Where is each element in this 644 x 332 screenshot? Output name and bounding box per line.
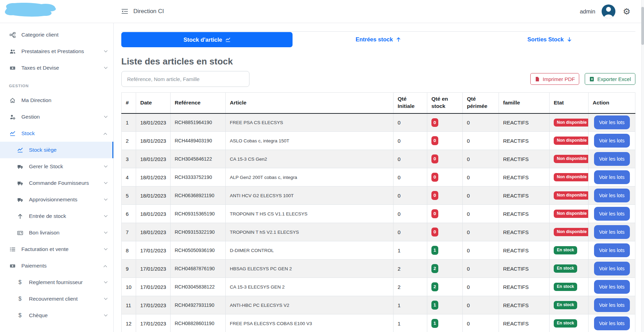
table-row: 718/01/2023RCH09315322190TROPONIN T hS V…: [122, 223, 635, 241]
chevron-down-icon: [104, 49, 108, 52]
sidebar-item-label: Stock: [21, 130, 35, 137]
cell-famille: REACTIFS: [499, 113, 550, 132]
cell-reference: RCH8851964190: [171, 113, 226, 132]
sitemap-icon: [9, 32, 16, 38]
truck-icon: [17, 180, 23, 186]
voir-les-lots-button[interactable]: Voir les lots: [594, 152, 630, 166]
cell-article: ANTI-HBC PC ELECSYS V2: [226, 296, 393, 314]
cell-qte-initiale: 0: [393, 187, 427, 205]
money-icon: [9, 263, 16, 269]
column-header-famille: famille: [499, 93, 550, 113]
qty-stock-badge: 0: [431, 191, 438, 200]
cell-article: ASLO Cobas c, integra 150T: [226, 132, 393, 150]
sidebar-item-cheque[interactable]: $Chèque: [0, 307, 113, 324]
main-content: Stock d'articleEntrées stockSorties Stoc…: [114, 23, 644, 332]
cell-num: 10: [122, 278, 136, 296]
home-icon: [9, 98, 16, 103]
scrollbar-thumb[interactable]: [641, 7, 644, 45]
table-row: 817/01/2023RCH05050936190D-DIMER CONTROL…: [122, 241, 635, 260]
sidebar-item-stock[interactable]: Stock: [0, 125, 113, 142]
toolbar-row: Imprimer PDF Exporter Excel: [121, 71, 635, 87]
tab-entrees-stock[interactable]: Entrées stock: [293, 32, 464, 47]
sidebar-item-ma-direction[interactable]: Ma Direction: [0, 92, 113, 109]
cell-article: ALP Gen2 200T cobas c, integra: [226, 168, 393, 187]
qty-stock-badge: 2: [431, 264, 438, 273]
cell-reference: RCH3333752190: [171, 168, 226, 187]
chart-line-icon: [17, 147, 23, 153]
cell-etat: Non disponible: [550, 132, 589, 150]
list-icon: [9, 247, 16, 252]
voir-les-lots-button[interactable]: Voir les lots: [594, 262, 630, 275]
sidebar-item-label: Approvisionnements: [29, 197, 77, 203]
voir-les-lots-button[interactable]: Voir les lots: [594, 134, 630, 148]
voir-les-lots-button[interactable]: Voir les lots: [594, 243, 630, 257]
voir-les-lots-button[interactable]: Voir les lots: [594, 316, 630, 330]
settings-gear-icon[interactable]: ⚙: [623, 7, 631, 16]
export-excel-button[interactable]: Exporter Excel: [585, 73, 635, 85]
page-scrollbar[interactable]: [641, 0, 644, 332]
qty-stock-badge: 0: [431, 173, 438, 182]
sidebar-item-commande-fournisseurs[interactable]: Commande Fournisseurs: [0, 175, 113, 191]
chevron-down-icon: [104, 197, 108, 200]
sidebar-item-entree-de-stock[interactable]: Entrée de stock: [0, 208, 113, 224]
cell-etat: Non disponible: [550, 187, 589, 205]
status-badge: En stock: [554, 283, 577, 291]
sidebar-item-approvisionnements[interactable]: Approvisionnements: [0, 191, 113, 208]
cell-etat: Non disponible: [550, 168, 589, 187]
qty-stock-badge: 1: [431, 301, 438, 310]
status-badge: En stock: [554, 301, 577, 309]
tab-stock-d-article[interactable]: Stock d'article: [121, 32, 293, 47]
cell-action: Voir les lots: [589, 113, 635, 132]
qty-stock-badge: 1: [431, 319, 438, 328]
qty-stock-badge: 0: [431, 154, 438, 163]
qty-stock-badge: 0: [431, 228, 438, 237]
cell-etat: En stock: [550, 314, 589, 332]
sidebar-item-prestataires-et-prestations[interactable]: Prestataires et Prestations: [0, 43, 113, 60]
sidebar-item-reglement-fournisseur[interactable]: $Reglement fournisseur: [0, 274, 113, 291]
search-input[interactable]: [121, 71, 249, 87]
voir-les-lots-button[interactable]: Voir les lots: [594, 189, 630, 202]
cell-qte-stock: 0: [427, 113, 463, 132]
voir-les-lots-button[interactable]: Voir les lots: [594, 115, 630, 129]
cell-famille: REACTIFS: [499, 278, 550, 296]
voir-les-lots-button[interactable]: Voir les lots: [594, 298, 630, 312]
voir-les-lots-button[interactable]: Voir les lots: [594, 207, 630, 221]
table-header-row: #DateReférenceArticleQté InitialeQté en …: [122, 93, 635, 113]
cell-num: 12: [122, 314, 136, 332]
tab-sorties-stock[interactable]: Sorties Stock: [464, 32, 635, 47]
voir-les-lots-button[interactable]: Voir les lots: [594, 170, 630, 184]
cell-action: Voir les lots: [589, 278, 635, 296]
column-header-article: Article: [226, 93, 393, 113]
cell-qte-stock: 0: [427, 223, 463, 241]
table-row: 418/01/2023RCH3333752190ALP Gen2 200T co…: [122, 168, 635, 187]
cell-qte-perimee: 0: [463, 187, 499, 205]
sidebar-item-gestion[interactable]: Gestion: [0, 109, 113, 125]
cell-qte-initiale: 1: [393, 241, 427, 260]
user-avatar[interactable]: [602, 4, 615, 18]
sidebar-toggle-icon[interactable]: [121, 9, 128, 14]
sidebar-item-taxes-et-devise[interactable]: Taxes et Devise: [0, 60, 113, 76]
header-user-area: admin ⚙: [580, 4, 631, 18]
sidebar-item-categorie-client[interactable]: Categorie client: [0, 27, 113, 43]
sidebar-item-bon-livraison[interactable]: Bon livraison: [0, 224, 113, 241]
table-row: 118/01/2023RCH8851964190FREE PSA CS ELEC…: [122, 113, 635, 132]
chevron-down-icon: [104, 230, 108, 233]
voir-les-lots-button[interactable]: Voir les lots: [594, 225, 630, 239]
sidebar-item-recouvrement-client[interactable]: $Recouvrement client: [0, 291, 113, 307]
chart-line-icon: [9, 131, 16, 137]
cell-action: Voir les lots: [589, 205, 635, 223]
sidebar-item-gerer-le-stock[interactable]: Gerer le Stock: [0, 158, 113, 175]
sidebar-item-label: Ma Direction: [21, 97, 51, 103]
cell-action: Voir les lots: [589, 314, 635, 332]
sidebar-item-paiements[interactable]: Paiements: [0, 258, 113, 274]
cell-article: CA 15-3 ELECSYS GEN 2: [226, 278, 393, 296]
sidebar-item-facturation-et-vente[interactable]: Facturation et vente: [0, 241, 113, 258]
print-pdf-button[interactable]: Imprimer PDF: [530, 73, 579, 85]
cell-qte-perimee: 0: [463, 296, 499, 314]
cell-date: 17/01/2023: [136, 314, 171, 332]
voir-les-lots-button[interactable]: Voir les lots: [594, 280, 630, 294]
breadcrumb: Direction CI: [121, 0, 164, 23]
sidebar-item-stock-siege[interactable]: Stock siège: [0, 142, 113, 158]
cell-qte-initiale: 0: [393, 150, 427, 168]
cell-date: 18/01/2023: [136, 223, 171, 241]
